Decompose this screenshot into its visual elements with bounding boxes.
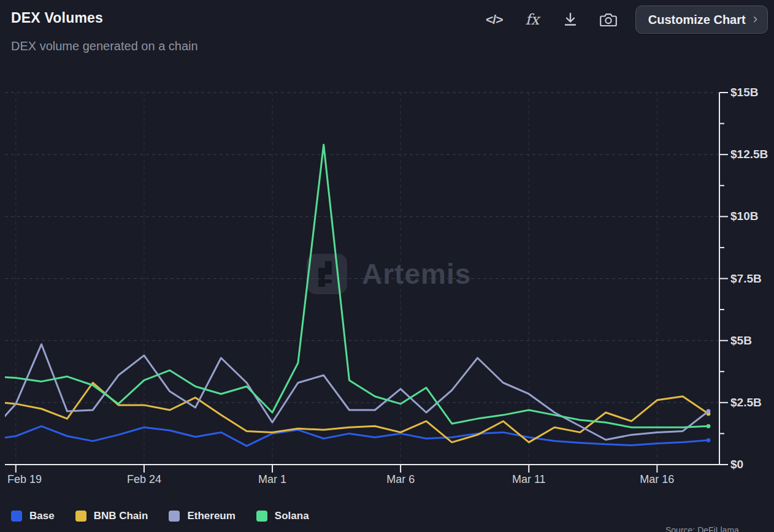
y-tick-label: $7.5B	[730, 272, 762, 286]
legend-label: Solana	[275, 510, 309, 522]
x-tick-label: Feb 19	[7, 473, 42, 486]
series-endpoint-base	[707, 438, 711, 443]
series-line-base	[0, 426, 708, 446]
legend-item-base[interactable]: Base	[11, 510, 55, 522]
y-tick-label: $5B	[730, 334, 752, 348]
legend-item-bnb-chain[interactable]: BNB Chain	[75, 510, 148, 522]
series-endpoint-ethereum	[707, 409, 711, 414]
y-tick-label: $15B	[730, 86, 758, 99]
dex-volumes-chart	[0, 0, 774, 532]
series-line-ethereum	[0, 344, 708, 440]
legend: BaseBNB ChainEthereumSolana	[11, 510, 309, 522]
legend-item-solana[interactable]: Solana	[256, 510, 309, 522]
y-tick-label: $0	[730, 458, 743, 471]
y-tick-label: $2.5B	[730, 396, 762, 409]
legend-swatch	[11, 511, 22, 522]
y-tick-label: $10B	[730, 210, 758, 223]
source-note: Source: DeFiLlama	[665, 525, 739, 532]
legend-label: BNB Chain	[94, 510, 148, 522]
x-tick-label: Mar 16	[640, 473, 674, 486]
legend-swatch	[256, 511, 267, 522]
series-endpoint-solana	[707, 424, 711, 428]
x-tick-label: Feb 24	[127, 473, 161, 486]
legend-swatch	[75, 511, 86, 522]
x-tick-label: Mar 11	[512, 473, 546, 486]
series-line-solana	[0, 145, 708, 427]
legend-swatch	[169, 511, 180, 522]
x-tick-label: Mar 1	[258, 473, 286, 486]
legend-item-ethereum[interactable]: Ethereum	[169, 510, 235, 522]
y-tick-label: $12.5B	[730, 148, 768, 161]
legend-label: Ethereum	[187, 510, 235, 522]
x-tick-label: Mar 6	[386, 473, 415, 486]
legend-label: Base	[29, 510, 55, 522]
